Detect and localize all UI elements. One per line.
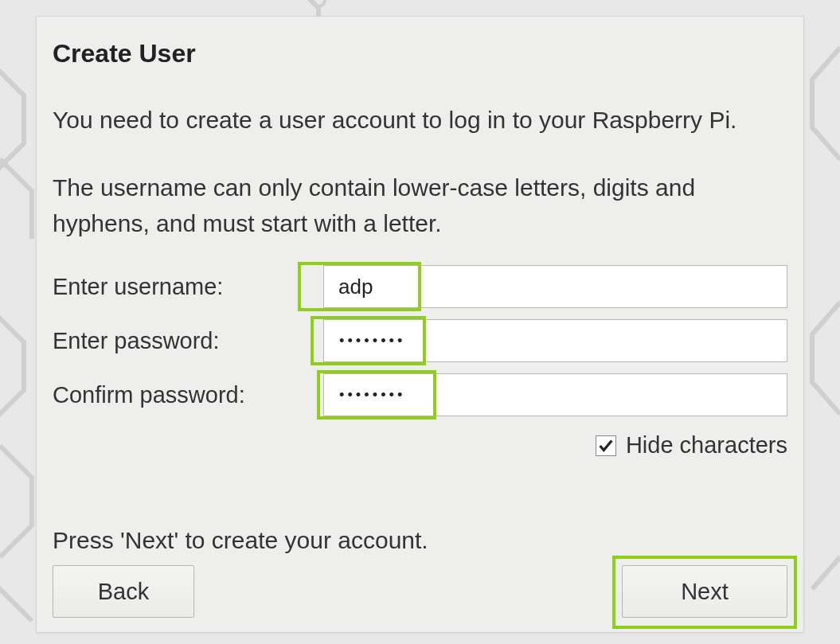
button-row: Back Next	[53, 565, 787, 618]
hide-characters-label: Hide characters	[626, 432, 787, 459]
username-input[interactable]	[323, 265, 787, 308]
username-row: Enter username:	[53, 265, 787, 308]
confirm-password-input[interactable]	[323, 373, 787, 416]
back-button[interactable]: Back	[53, 565, 194, 618]
hide-characters-row: Hide characters	[53, 432, 787, 459]
footer-instruction: Press 'Next' to create your account.	[53, 527, 787, 554]
hide-characters-checkbox[interactable]	[596, 435, 616, 456]
dialog-hint: The username can only contain lower-case…	[53, 170, 787, 241]
confirm-password-row: Confirm password:	[53, 373, 787, 416]
next-button[interactable]: Next	[622, 565, 787, 618]
user-form: Enter username: Enter password: Confirm …	[53, 265, 787, 416]
password-label: Enter password:	[53, 328, 317, 354]
password-row: Enter password:	[53, 319, 787, 362]
dialog-title: Create User	[53, 39, 787, 68]
dialog-description: You need to create a user account to log…	[53, 102, 787, 138]
checkmark-icon	[597, 437, 615, 455]
username-label: Enter username:	[53, 274, 317, 300]
password-input[interactable]	[323, 319, 787, 362]
create-user-dialog: Create User You need to create a user ac…	[36, 16, 804, 633]
confirm-password-label: Confirm password:	[53, 382, 317, 408]
